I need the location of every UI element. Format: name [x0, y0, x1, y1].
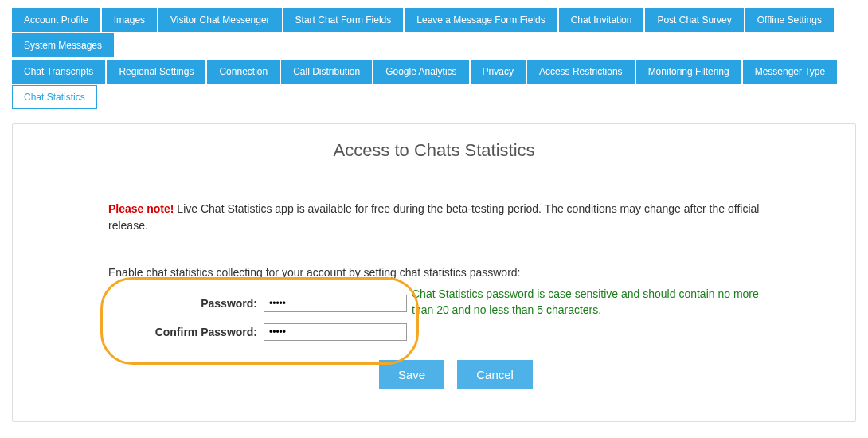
note-bold: Please note!: [108, 202, 174, 215]
password-fields: Password: Confirm Password:: [100, 291, 407, 344]
tab-images[interactable]: Images: [102, 8, 157, 32]
tabs-row-2: Chat TranscriptsRegional SettingsConnect…: [12, 60, 856, 109]
note-text: Please note! Live Chat Statistics app is…: [108, 201, 760, 234]
tab-monitoring-filtering[interactable]: Monitoring Filtering: [636, 60, 741, 84]
tab-google-analytics[interactable]: Google Analytics: [373, 60, 468, 84]
tab-start-chat-form-fields[interactable]: Start Chat Form Fields: [283, 8, 404, 32]
password-input[interactable]: [264, 295, 407, 312]
tab-post-chat-survey[interactable]: Post Chat Survey: [645, 8, 743, 32]
tab-system-messages[interactable]: System Messages: [12, 33, 114, 57]
tabs-row-1: Account ProfileImagesVisitor Chat Messen…: [12, 8, 856, 57]
password-form-area: Password: Confirm Password: Chat Statist…: [100, 291, 768, 344]
password-label: Password:: [116, 297, 264, 310]
note-body: Live Chat Statistics app is available fo…: [108, 202, 759, 232]
panel-title: Access to Chats Statistics: [61, 140, 807, 161]
tab-offline-settings[interactable]: Offline Settings: [745, 8, 834, 32]
chat-statistics-panel: Access to Chats Statistics Please note! …: [12, 123, 856, 422]
confirm-password-input[interactable]: [264, 323, 407, 341]
confirm-password-label: Confirm Password:: [116, 326, 264, 338]
tab-privacy[interactable]: Privacy: [471, 60, 526, 84]
tab-regional-settings[interactable]: Regional Settings: [107, 60, 205, 84]
tab-account-profile[interactable]: Account Profile: [12, 8, 100, 32]
actions-row: Save Cancel: [379, 360, 807, 389]
tab-call-distribution[interactable]: Call Distribution: [281, 60, 372, 84]
cancel-button[interactable]: Cancel: [457, 360, 533, 389]
tab-access-restrictions[interactable]: Access Restrictions: [527, 60, 635, 84]
tab-messenger-type[interactable]: Messenger Type: [743, 60, 838, 84]
tab-visitor-chat-messenger[interactable]: Visitor Chat Messenger: [158, 8, 282, 32]
tab-leave-a-message-form-fields[interactable]: Leave a Message Form Fields: [405, 8, 557, 32]
tab-chat-statistics[interactable]: Chat Statistics: [12, 85, 97, 109]
tab-chat-invitation[interactable]: Chat Invitation: [559, 8, 644, 32]
tab-connection[interactable]: Connection: [207, 60, 280, 84]
save-button[interactable]: Save: [379, 360, 444, 389]
tab-chat-transcripts[interactable]: Chat Transcripts: [12, 60, 105, 84]
password-hint: Chat Statistics password is case sensiti…: [412, 287, 768, 318]
instruction-text: Enable chat statistics collecting for yo…: [108, 266, 760, 279]
